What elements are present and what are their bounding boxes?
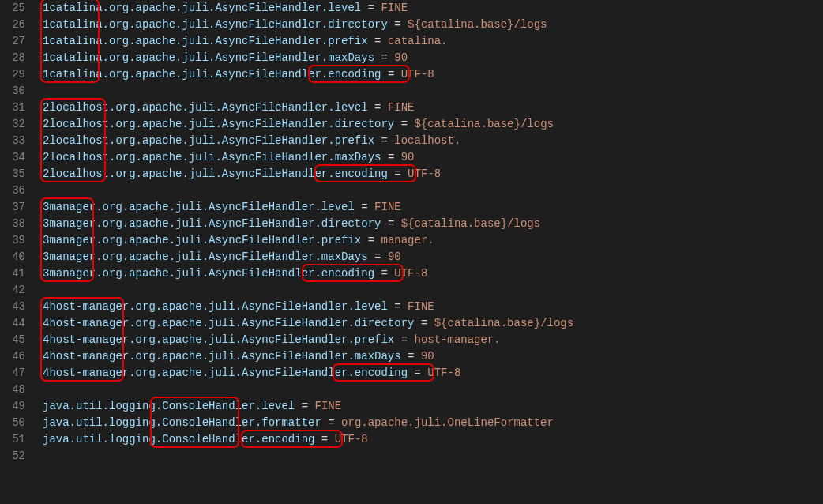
- equals-op: =: [368, 35, 388, 47]
- code-line[interactable]: java.util.logging.ConsoleHandler.encodin…: [43, 431, 573, 448]
- equals-op: =: [394, 118, 414, 130]
- config-value: FINE: [374, 201, 401, 213]
- line-number: 48: [0, 382, 25, 398]
- line-number: 25: [0, 0, 25, 17]
- code-line[interactable]: java.util.logging.ConsoleHandler.level =…: [43, 398, 573, 415]
- line-number: 37: [0, 199, 25, 216]
- line-number: 36: [0, 182, 25, 199]
- equals-op: =: [314, 433, 334, 446]
- line-number: 41: [0, 265, 25, 282]
- config-value: UTF-8: [427, 367, 460, 379]
- config-key: 4host-manager.org.apache.juli.AsyncFileH…: [43, 367, 408, 379]
- config-key: 1catalina.org.apache.juli.AsyncFileHandl…: [43, 35, 368, 47]
- line-number: 27: [0, 33, 25, 50]
- equals-op: =: [374, 51, 394, 64]
- config-value: 90: [401, 151, 415, 164]
- config-key: 3manager.org.apache.juli.AsyncFileHandle…: [43, 250, 368, 263]
- code-line[interactable]: 2localhost.org.apache.juli.AsyncFileHand…: [43, 116, 573, 133]
- equals-op: =: [381, 151, 400, 164]
- code-line[interactable]: java.util.logging.ConsoleHandler.formatt…: [43, 415, 573, 431]
- code-line[interactable]: [43, 382, 573, 398]
- code-line[interactable]: [43, 182, 573, 199]
- code-line[interactable]: 1catalina.org.apache.juli.AsyncFileHandl…: [43, 0, 573, 17]
- equals-op: =: [388, 18, 408, 31]
- config-value: host-manager.: [415, 333, 501, 346]
- line-number: 47: [0, 365, 25, 382]
- equals-op: =: [321, 416, 341, 429]
- equals-op: =: [401, 350, 421, 363]
- line-number: 52: [0, 448, 25, 465]
- config-key: 3manager.org.apache.juli.AsyncFileHandle…: [43, 234, 361, 246]
- code-line[interactable]: 2localhost.org.apache.juli.AsyncFileHand…: [43, 166, 573, 182]
- config-key: 3manager.org.apache.juli.AsyncFileHandle…: [43, 267, 374, 280]
- config-key: 2localhost.org.apache.juli.AsyncFileHand…: [43, 118, 394, 130]
- config-key: java.util.logging.ConsoleHandler.level: [43, 400, 295, 412]
- config-value: UTF-8: [335, 433, 368, 446]
- equals-op: =: [368, 101, 388, 114]
- config-key: 4host-manager.org.apache.juli.AsyncFileH…: [43, 333, 394, 346]
- config-value: ${catalina.base}/logs: [434, 317, 573, 329]
- config-value: FINE: [314, 400, 341, 412]
- line-number: 28: [0, 50, 25, 66]
- line-number: 51: [0, 431, 25, 448]
- config-key: 2localhost.org.apache.juli.AsyncFileHand…: [43, 101, 368, 114]
- line-number: 43: [0, 299, 25, 315]
- editor-content[interactable]: 1catalina.org.apache.juli.AsyncFileHandl…: [43, 0, 573, 465]
- code-line[interactable]: 1catalina.org.apache.juli.AsyncFileHandl…: [43, 66, 573, 83]
- code-line[interactable]: [43, 448, 573, 465]
- config-value: catalina.: [388, 35, 448, 47]
- code-line[interactable]: 4host-manager.org.apache.juli.AsyncFileH…: [43, 365, 573, 382]
- code-line[interactable]: 2localhost.org.apache.juli.AsyncFileHand…: [43, 100, 573, 116]
- code-line[interactable]: 3manager.org.apache.juli.AsyncFileHandle…: [43, 232, 573, 249]
- line-number: 35: [0, 166, 25, 182]
- line-number: 44: [0, 315, 25, 332]
- equals-op: =: [388, 167, 408, 180]
- config-key: 1catalina.org.apache.juli.AsyncFileHandl…: [43, 18, 388, 31]
- config-value: 90: [394, 51, 408, 64]
- code-line[interactable]: 4host-manager.org.apache.juli.AsyncFileH…: [43, 348, 573, 365]
- code-line[interactable]: 4host-manager.org.apache.juli.AsyncFileH…: [43, 315, 573, 332]
- equals-op: =: [408, 367, 427, 379]
- equals-op: =: [374, 267, 394, 280]
- code-line[interactable]: 1catalina.org.apache.juli.AsyncFileHandl…: [43, 17, 573, 33]
- config-key: 2localhost.org.apache.juli.AsyncFileHand…: [43, 134, 374, 147]
- config-key: 2localhost.org.apache.juli.AsyncFileHand…: [43, 151, 381, 164]
- config-value: 90: [421, 350, 434, 363]
- code-line[interactable]: 2localhost.org.apache.juli.AsyncFileHand…: [43, 149, 573, 166]
- code-line[interactable]: 3manager.org.apache.juli.AsyncFileHandle…: [43, 199, 573, 216]
- line-number: 42: [0, 282, 25, 299]
- code-line[interactable]: 3manager.org.apache.juli.AsyncFileHandle…: [43, 249, 573, 265]
- code-line[interactable]: 4host-manager.org.apache.juli.AsyncFileH…: [43, 332, 573, 348]
- config-key: 1catalina.org.apache.juli.AsyncFileHandl…: [43, 51, 374, 64]
- line-number: 38: [0, 216, 25, 232]
- code-line[interactable]: 1catalina.org.apache.juli.AsyncFileHandl…: [43, 50, 573, 66]
- line-number: 33: [0, 133, 25, 149]
- config-key: java.util.logging.ConsoleHandler.encodin…: [43, 433, 314, 446]
- equals-op: =: [388, 300, 408, 313]
- code-line[interactable]: [43, 83, 573, 100]
- line-number: 29: [0, 66, 25, 83]
- config-value: 90: [388, 250, 401, 263]
- config-value: FINE: [408, 300, 434, 313]
- equals-op: =: [361, 2, 381, 14]
- line-number: 45: [0, 332, 25, 348]
- code-line[interactable]: 3manager.org.apache.juli.AsyncFileHandle…: [43, 265, 573, 282]
- code-line[interactable]: 2localhost.org.apache.juli.AsyncFileHand…: [43, 133, 573, 149]
- equals-op: =: [355, 201, 374, 213]
- equals-op: =: [368, 250, 388, 263]
- config-value: org.apache.juli.OneLineFormatter: [341, 416, 554, 429]
- line-number: 34: [0, 149, 25, 166]
- code-line[interactable]: 4host-manager.org.apache.juli.AsyncFileH…: [43, 299, 573, 315]
- config-value: UTF-8: [408, 167, 441, 180]
- config-value: ${catalina.base}/logs: [401, 217, 540, 230]
- equals-op: =: [394, 333, 414, 346]
- config-value: UTF-8: [394, 267, 427, 280]
- config-value: FINE: [381, 2, 408, 14]
- line-number: 40: [0, 249, 25, 265]
- code-line[interactable]: 3manager.org.apache.juli.AsyncFileHandle…: [43, 216, 573, 232]
- code-line[interactable]: 1catalina.org.apache.juli.AsyncFileHandl…: [43, 33, 573, 50]
- equals-op: =: [381, 68, 400, 81]
- line-number: 50: [0, 415, 25, 431]
- code-line[interactable]: [43, 282, 573, 299]
- config-key: 1catalina.org.apache.juli.AsyncFileHandl…: [43, 68, 381, 81]
